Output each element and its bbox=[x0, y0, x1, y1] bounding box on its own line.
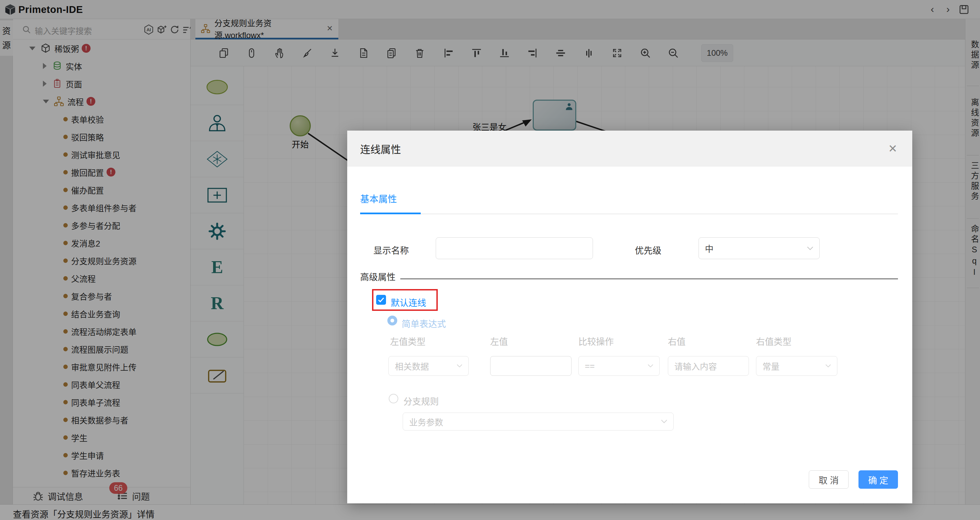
left-type-column-label: 左值类型 bbox=[390, 335, 425, 347]
chevron-down-icon bbox=[826, 364, 831, 368]
right-value-input[interactable]: 请输入内容 bbox=[668, 356, 749, 376]
advanced-section-label: 高级属性 bbox=[360, 270, 396, 282]
chevron-down-icon bbox=[457, 364, 462, 368]
left-value-column-label: 左值 bbox=[490, 335, 508, 347]
chevron-down-icon bbox=[807, 247, 813, 250]
primeton-ide-window: Primeton-IDE ‹ › 资源 输入关键字搜索 AI bbox=[0, 0, 980, 520]
chevron-down-icon bbox=[648, 364, 653, 368]
branch-rule-label[interactable]: 分支规则 bbox=[403, 395, 439, 407]
left-type-select[interactable]: 相关数据 bbox=[388, 356, 469, 376]
display-name-input[interactable] bbox=[436, 238, 593, 259]
priority-label: 优先级 bbox=[635, 244, 662, 256]
connection-properties-dialog: 连线属性 ✕ 基本属性 显示名称 优先级 中 高级属性 默认连线 简单表达式 左… bbox=[347, 131, 912, 503]
display-name-label: 显示名称 bbox=[374, 244, 409, 256]
operator-select[interactable]: == bbox=[578, 356, 660, 376]
right-type-select[interactable]: 常量 bbox=[756, 356, 837, 376]
dialog-title: 连线属性 bbox=[360, 131, 401, 166]
cancel-button[interactable]: 取 消 bbox=[809, 470, 849, 489]
priority-select[interactable]: 中 bbox=[698, 238, 820, 259]
simple-expression-radio[interactable] bbox=[387, 315, 397, 325]
close-icon[interactable]: ✕ bbox=[888, 142, 897, 155]
ok-button[interactable]: 确 定 bbox=[859, 470, 898, 489]
branch-rule-radio[interactable] bbox=[389, 394, 398, 403]
dialog-header: 连线属性 ✕ bbox=[347, 131, 912, 166]
left-value-input[interactable] bbox=[490, 356, 571, 376]
right-value-column-label: 右值 bbox=[668, 335, 686, 347]
operator-column-label: 比较操作 bbox=[578, 335, 614, 347]
highlight-annotation bbox=[372, 289, 438, 311]
tab-basic-properties[interactable]: 基本属性 bbox=[360, 192, 397, 205]
business-param-select[interactable]: 业务参数 bbox=[402, 412, 674, 431]
simple-expression-label[interactable]: 简单表达式 bbox=[402, 317, 446, 330]
chevron-down-icon bbox=[661, 420, 667, 423]
right-type-column-label: 右值类型 bbox=[756, 335, 791, 347]
active-tab-ink bbox=[360, 212, 421, 214]
